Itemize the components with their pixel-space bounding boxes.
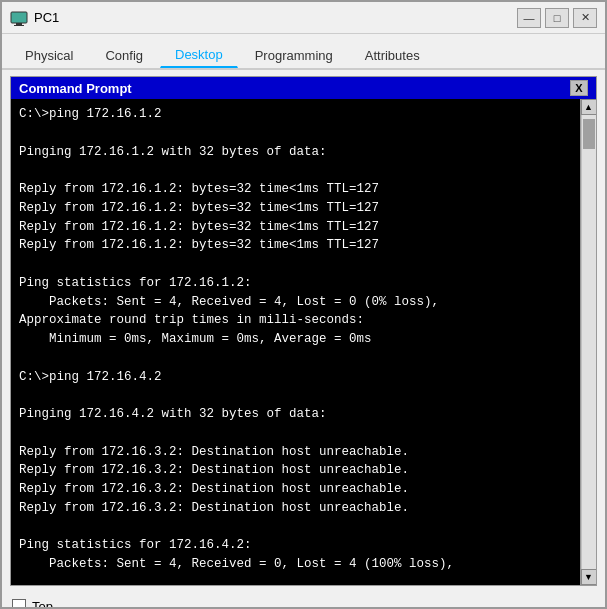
window-title: PC1 <box>34 10 517 25</box>
command-prompt-output[interactable]: C:\>ping 172.16.1.2 Pinging 172.16.1.2 w… <box>11 99 580 585</box>
title-bar: PC1 — □ ✕ <box>2 2 605 34</box>
tab-bar: Physical Config Desktop Programming Attr… <box>2 34 605 70</box>
bottom-bar: Top <box>2 592 605 609</box>
tab-physical[interactable]: Physical <box>10 43 88 68</box>
scroll-up-arrow[interactable]: ▲ <box>581 99 597 115</box>
svg-rect-2 <box>14 25 24 26</box>
window-controls: — □ ✕ <box>517 8 597 28</box>
scroll-thumb[interactable] <box>583 119 595 149</box>
maximize-button[interactable]: □ <box>545 8 569 28</box>
scroll-track <box>582 115 596 569</box>
scroll-down-arrow[interactable]: ▼ <box>581 569 597 585</box>
command-prompt-container: Command Prompt X C:\>ping 172.16.1.2 Pin… <box>10 76 597 586</box>
app-icon <box>10 9 28 27</box>
minimize-button[interactable]: — <box>517 8 541 28</box>
command-prompt-close-button[interactable]: X <box>570 80 588 96</box>
command-prompt-title: Command Prompt <box>19 81 132 96</box>
close-button[interactable]: ✕ <box>573 8 597 28</box>
tab-programming[interactable]: Programming <box>240 43 348 68</box>
tab-attributes[interactable]: Attributes <box>350 43 435 68</box>
command-prompt-body-wrapper: C:\>ping 172.16.1.2 Pinging 172.16.1.2 w… <box>11 99 596 585</box>
svg-rect-1 <box>16 23 22 25</box>
svg-rect-0 <box>11 12 27 23</box>
top-checkbox[interactable] <box>12 599 26 609</box>
tab-desktop[interactable]: Desktop <box>160 42 238 68</box>
tab-config[interactable]: Config <box>90 43 158 68</box>
command-prompt-header: Command Prompt X <box>11 77 596 99</box>
top-label: Top <box>32 599 53 610</box>
scrollbar: ▲ ▼ <box>580 99 596 585</box>
